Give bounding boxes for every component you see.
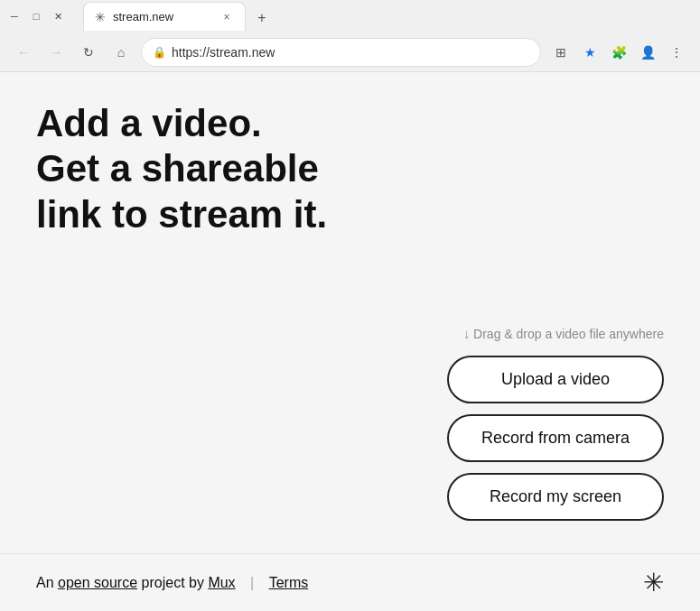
- window-controls: ─ □ ✕: [7, 9, 65, 23]
- mux-link[interactable]: Mux: [208, 575, 235, 590]
- tab-bar: ✳ stream.new × +: [76, 2, 282, 31]
- tab-favicon-icon: ✳: [95, 10, 106, 24]
- close-button[interactable]: ✕: [51, 9, 65, 23]
- terms-link[interactable]: Terms: [269, 575, 309, 590]
- active-tab[interactable]: ✳ stream.new ×: [83, 2, 246, 31]
- reload-button[interactable]: ↻: [76, 40, 101, 65]
- nav-bar: ← → ↻ ⌂ 🔒 https://stream.new ⊞ ★ 🧩 👤 ⋮: [0, 32, 700, 72]
- page-content: Add a video. Get a shareable link to str…: [0, 72, 700, 611]
- headline-line2: Get a shareable: [36, 146, 664, 191]
- footer-divider: |: [250, 575, 258, 590]
- drag-hint: ↓ Drag & drop a video file anywhere: [463, 327, 664, 341]
- new-tab-button[interactable]: +: [249, 5, 275, 31]
- headline: Add a video. Get a shareable link to str…: [36, 101, 664, 237]
- back-button[interactable]: ←: [11, 40, 36, 65]
- lock-icon: 🔒: [153, 46, 166, 59]
- footer: An open source project by Mux | Terms ✳: [0, 553, 700, 611]
- address-bar[interactable]: 🔒 https://stream.new: [141, 38, 541, 67]
- tab-title: stream.new: [113, 10, 212, 23]
- home-button[interactable]: ⌂: [108, 40, 134, 65]
- headline-line1: Add a video.: [36, 101, 664, 146]
- tab-close-button[interactable]: ×: [219, 10, 234, 24]
- nav-actions: ⊞ ★ 🧩 👤 ⋮: [548, 40, 689, 65]
- upload-video-button[interactable]: Upload a video: [447, 356, 664, 403]
- footer-right: ✳: [643, 568, 664, 597]
- open-source-link[interactable]: open source: [58, 575, 137, 590]
- bookmark-button[interactable]: ★: [577, 40, 602, 65]
- record-screen-button[interactable]: Record my screen: [447, 473, 664, 521]
- maximize-button[interactable]: □: [29, 9, 43, 23]
- footer-prefix: An: [36, 575, 54, 590]
- url-text: https://stream.new: [172, 45, 275, 60]
- action-buttons: Upload a video Record from camera Record…: [447, 356, 664, 521]
- browser-frame: ─ □ ✕ ✳ stream.new × + ← → ↻ ⌂ 🔒 https:/…: [0, 0, 700, 611]
- translate-button[interactable]: ⊞: [548, 40, 574, 65]
- title-bar: ─ □ ✕ ✳ stream.new × +: [0, 0, 700, 32]
- profile-button[interactable]: 👤: [635, 40, 660, 65]
- minimize-button[interactable]: ─: [7, 9, 22, 23]
- actions-section: ↓ Drag & drop a video file anywhere Uplo…: [36, 327, 664, 521]
- headline-line3: link to stream it.: [36, 192, 664, 237]
- main-area: Add a video. Get a shareable link to str…: [0, 72, 700, 553]
- forward-button[interactable]: →: [43, 40, 69, 65]
- footer-left: An open source project by Mux | Terms: [36, 575, 308, 591]
- record-camera-button[interactable]: Record from camera: [447, 414, 664, 462]
- extensions-button[interactable]: 🧩: [606, 40, 631, 65]
- menu-button[interactable]: ⋮: [664, 40, 689, 65]
- footer-middle: project by: [142, 575, 204, 590]
- mux-asterisk-icon: ✳: [643, 568, 664, 597]
